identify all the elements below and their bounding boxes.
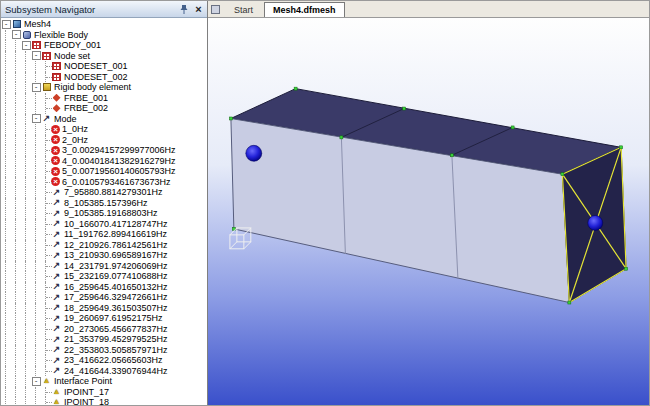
- tree-guide-line: [31, 324, 41, 335]
- tree-expander[interactable]: -: [21, 40, 31, 51]
- tree-guide-line: [31, 72, 41, 83]
- tree-guide-line: [11, 177, 21, 188]
- tree-guide-line: [11, 51, 21, 62]
- ipoint-icon: ▲: [51, 387, 62, 397]
- tree-item-flexible-body[interactable]: -Flexible Body: [1, 30, 207, 41]
- tree-item-6-0-0105793461673673hz[interactable]: ×6_0.0105793461673673Hz: [1, 177, 207, 188]
- tree-item-frbe-001[interactable]: FRBE_001: [1, 93, 207, 104]
- tree-expander[interactable]: -: [31, 376, 41, 387]
- tree-item-22-353803-505857971hz[interactable]: ↗22_353803.505857971Hz: [1, 345, 207, 356]
- tree-guide-line: [31, 93, 41, 104]
- tree-item-16-259645-401650132hz[interactable]: ↗16_259645.401650132Hz: [1, 282, 207, 293]
- 3d-viewport[interactable]: [208, 18, 649, 405]
- tree-item-17-259646-329472661hz[interactable]: ↗17_259646.329472661Hz: [1, 292, 207, 303]
- tree-guide-line: [1, 166, 11, 177]
- tree-item-3-0-00294157299977006hz[interactable]: ×3_0.00294157299977006Hz: [1, 145, 207, 156]
- tree-guide-line: [11, 145, 21, 156]
- interface-point-marker-right[interactable]: [588, 215, 603, 230]
- tree-item-frbe-002[interactable]: FRBE_002: [1, 103, 207, 114]
- tree-guide-line: [21, 334, 31, 345]
- mode-icon: ↗: [51, 303, 62, 313]
- collapse-icon[interactable]: -: [32, 83, 41, 92]
- tree-item-11-191762-899416619hz[interactable]: ↗11_191762.899416619Hz: [1, 229, 207, 240]
- tree-guide-line: [1, 40, 11, 51]
- collapse-icon[interactable]: -: [12, 30, 21, 39]
- tree-item-2-0hz[interactable]: ×2_0Hz: [1, 135, 207, 146]
- tab-start[interactable]: Start: [225, 2, 262, 17]
- tree-item-23-416622-05665603hz[interactable]: ↗23_416622.05665603Hz: [1, 355, 207, 366]
- tree-item-1-0hz[interactable]: ×1_0Hz: [1, 124, 207, 135]
- tree-item-ipoint-18[interactable]: ▲IPOINT_18: [1, 397, 207, 405]
- tree-connector: [41, 208, 51, 219]
- tree-item-14-231791-974206069hz[interactable]: ↗14_231791.974206069Hz: [1, 261, 207, 272]
- tree-item-label: FEBODY_001: [42, 40, 101, 50]
- tree-guide-line: [1, 334, 11, 345]
- tree-guide-line: [1, 30, 11, 41]
- tree-expander[interactable]: -: [31, 51, 41, 62]
- tree-connector: [41, 166, 51, 177]
- tree-item-20-273065-456677837hz[interactable]: ↗20_273065.456677837Hz: [1, 324, 207, 335]
- tree-expander[interactable]: -: [1, 19, 11, 30]
- tree-item-ipoint-17[interactable]: ▲IPOINT_17: [1, 387, 207, 398]
- tree-guide-line: [11, 324, 21, 335]
- tree-guide-line: [11, 313, 21, 324]
- tree-guide-line: [31, 366, 41, 377]
- tree-guide-line: [21, 324, 31, 335]
- flexible-body-icon: [21, 30, 32, 40]
- mode-icon: ↗: [51, 240, 62, 250]
- tree-item-12-210926-786142561hz[interactable]: ↗12_210926.786142561Hz: [1, 240, 207, 251]
- tree-expander[interactable]: -: [31, 82, 41, 93]
- collapse-icon[interactable]: -: [32, 377, 41, 386]
- nodeset-group-icon: [41, 51, 52, 61]
- tree-item-mode[interactable]: -↗Mode: [1, 114, 207, 125]
- tree-item-label: Rigid body element: [52, 82, 131, 92]
- document-tab-bar: Start Mesh4.dfmesh: [208, 1, 649, 18]
- tree-guide-line: [21, 82, 31, 93]
- tree-item-rigid-body-element[interactable]: -Rigid body element: [1, 82, 207, 93]
- tree-item-9-105385-19168803hz[interactable]: ↗9_105385.19168803Hz: [1, 208, 207, 219]
- tree-expander[interactable]: -: [11, 30, 21, 41]
- close-icon[interactable]: ×: [192, 3, 205, 16]
- pin-icon[interactable]: [177, 3, 190, 16]
- panel-header: Subsystem Navigator ×: [1, 1, 207, 18]
- tree-guide-line: [1, 387, 11, 398]
- tree-item-15-232169-077410688hz[interactable]: ↗15_232169.077410688Hz: [1, 271, 207, 282]
- tree-item-21-353799-452979525hz[interactable]: ↗21_353799.452979525Hz: [1, 334, 207, 345]
- tree-guide-line: [1, 313, 11, 324]
- tree-item-13-210930-696589167hz[interactable]: ↗13_210930.696589167Hz: [1, 250, 207, 261]
- tree-item-nodeset-001[interactable]: NODESET_001: [1, 61, 207, 72]
- tree-guide-line: [21, 187, 31, 198]
- tree-guide-line: [11, 219, 21, 230]
- tree-item-7-95880-8814279301hz[interactable]: ↗7_95880.8814279301Hz: [1, 187, 207, 198]
- tree-item-node-set[interactable]: -Node set: [1, 51, 207, 62]
- tree-item-4-0-00401841382916279hz[interactable]: ×4_0.00401841382916279Hz: [1, 156, 207, 167]
- tree-guide-line: [11, 156, 21, 167]
- collapse-icon[interactable]: -: [2, 20, 11, 29]
- tree-item-interface-point[interactable]: -▲Interface Point: [1, 376, 207, 387]
- tree-guide-line: [11, 229, 21, 240]
- nodeset-icon: [51, 61, 62, 71]
- tree-item-5-0-00719560140605793hz[interactable]: ×5_0.00719560140605793Hz: [1, 166, 207, 177]
- tree-item-10-166070-417128747hz[interactable]: ↗10_166070.417128747Hz: [1, 219, 207, 230]
- tree-item-label: 13_210930.696589167Hz: [62, 250, 168, 260]
- tree-guide-line: [11, 261, 21, 272]
- tree-item-18-259649-361503507hz[interactable]: ↗18_259649.361503507Hz: [1, 303, 207, 314]
- tree-item-19-260697-61952175hz[interactable]: ↗19_260697.61952175Hz: [1, 313, 207, 324]
- tree-guide-line: [21, 208, 31, 219]
- collapse-icon[interactable]: -: [32, 51, 41, 60]
- tree-guide-line: [21, 198, 31, 209]
- tab-mesh4-dfmesh[interactable]: Mesh4.dfmesh: [264, 2, 345, 17]
- tree-guide-line: [1, 303, 11, 314]
- tree-item-nodeset-002[interactable]: NODESET_002: [1, 72, 207, 83]
- tree-item-mesh4[interactable]: -Mesh4: [1, 19, 207, 30]
- tree-item-label: NODESET_001: [62, 61, 128, 71]
- tree-item-label: 15_232169.077410688Hz: [62, 271, 168, 281]
- tree-item-8-105385-157396hz[interactable]: ↗8_105385.157396Hz: [1, 198, 207, 209]
- tree-item-label: 14_231791.974206069Hz: [62, 261, 168, 271]
- collapse-icon[interactable]: -: [22, 41, 31, 50]
- tree-item-febody-001[interactable]: -FEBODY_001: [1, 40, 207, 51]
- collapse-icon[interactable]: -: [32, 114, 41, 123]
- tree-item-24-416644-339076944hz[interactable]: ↗24_416644.339076944Hz: [1, 366, 207, 377]
- tree-expander[interactable]: -: [31, 114, 41, 125]
- interface-point-marker-left[interactable]: [246, 145, 262, 161]
